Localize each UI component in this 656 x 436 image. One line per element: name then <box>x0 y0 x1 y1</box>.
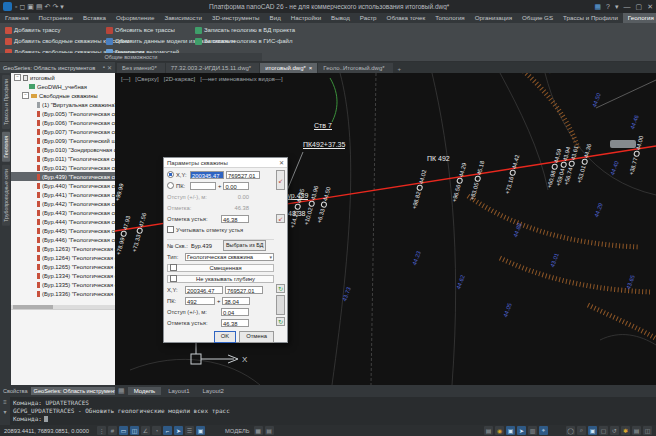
layout-tab[interactable]: Модель <box>128 387 162 395</box>
xy-radio[interactable] <box>167 171 174 178</box>
help-menu-arrow-icon[interactable]: ▾ <box>615 3 619 11</box>
command-prompt[interactable]: Команда: <box>13 415 653 423</box>
status-view-icon[interactable]: ✱ <box>621 426 630 435</box>
tree-expander[interactable] <box>30 201 35 206</box>
side-tab[interactable]: Трубопроводные сети <box>2 165 10 226</box>
status-view-icon[interactable]: ↺ <box>610 426 619 435</box>
tree-item[interactable]: (Бур.1334) "Геологическая скважина" <box>11 271 115 280</box>
tree-item[interactable]: (Бур.441) "Геологическая скважина" <box>11 190 115 199</box>
tree-item[interactable]: − Свободные скважины <box>11 91 115 100</box>
model-space-label[interactable]: МОДЕЛЬ <box>225 428 250 434</box>
viewport-control[interactable]: [—нет именованных видов—] <box>200 76 282 82</box>
ok-button[interactable]: OK <box>214 331 236 343</box>
help-button[interactable]: ? <box>606 3 610 10</box>
tree-item[interactable]: (Бур.005) "Геологическая скважина" <box>11 109 115 118</box>
status-view-icon[interactable]: ◫ <box>643 426 652 435</box>
status-tool-icon[interactable]: ▥ <box>528 426 537 435</box>
tree-item[interactable]: (Бур.007) "Геологическая скважина" <box>11 127 115 136</box>
tree-item[interactable]: (Бур.439) "Геологическая скважина" <box>11 172 115 181</box>
tree-expander[interactable]: − <box>22 92 29 99</box>
command-strip-icon[interactable]: ▾ <box>3 408 6 415</box>
ribbon-tab[interactable]: Облака точек <box>382 13 431 23</box>
space-switch-icon[interactable]: ▤ <box>265 426 274 435</box>
status-tool-icon[interactable]: ⌖ <box>539 426 548 435</box>
side-tab[interactable]: Трассы и Профили <box>2 75 10 129</box>
close-button[interactable]: ✕ <box>647 3 653 11</box>
tree-item[interactable]: (Бур.006) "Геологическая скважина" <box>11 118 115 127</box>
ribbon-tab[interactable]: Настройки <box>286 13 326 23</box>
ribbon-button[interactable]: Записать геологию в БД проекта <box>192 25 298 35</box>
offset2-field[interactable]: 0.04 <box>221 308 249 316</box>
panel-tab[interactable]: Свойства <box>0 387 31 395</box>
tree-expander[interactable] <box>30 273 35 278</box>
dialog-close-icon[interactable]: ✕ <box>279 159 284 166</box>
ribbon-tab[interactable]: Трассы и Профили <box>558 13 623 23</box>
status-tool-icon[interactable]: ◉ <box>495 426 504 435</box>
tree-item[interactable]: − итоговый <box>11 73 115 82</box>
qat-icon[interactable]: ↷ <box>52 2 58 11</box>
new-tab-button[interactable]: + <box>394 65 406 73</box>
tree-expander[interactable] <box>30 102 35 107</box>
tree-expander[interactable] <box>30 183 35 188</box>
offset-checkbox[interactable] <box>170 264 177 271</box>
status-view-icon[interactable]: ▢ <box>599 426 608 435</box>
maximize-button[interactable]: ▢ <box>636 3 643 11</box>
status-toggle-icon[interactable]: ⌐ <box>163 426 172 435</box>
tree-item[interactable]: (Бур.1264) "Геологическая скважина" <box>11 253 115 262</box>
pk-offset-field[interactable]: 0.00 <box>223 182 249 190</box>
document-tab[interactable]: Геоло..Итоговый.dwg* <box>318 63 392 73</box>
tree-item[interactable]: (Бур.445) "Геологическая скважина" <box>11 226 115 235</box>
qat-icon[interactable]: ◻ <box>19 2 25 11</box>
x2-coordinate-field[interactable]: 200346.47 <box>185 286 223 294</box>
qat-icon[interactable]: ▫ <box>15 2 17 11</box>
tree-expander[interactable] <box>30 219 35 224</box>
tree-expander[interactable] <box>30 246 35 251</box>
tree-expander[interactable] <box>30 174 35 179</box>
status-tool-icon[interactable]: ➤ <box>517 426 526 435</box>
status-toggle-icon[interactable]: ➤ <box>174 426 183 435</box>
ribbon-tab[interactable]: Главная <box>0 13 34 23</box>
pick-point-button[interactable]: ↙ <box>276 170 285 190</box>
tree-item[interactable]: (Бур.010) "Зондировочная скважина" <box>11 145 115 154</box>
view-switch-icon[interactable]: ▦ <box>594 3 601 11</box>
pick-elevation-button[interactable]: ↙ <box>276 214 285 223</box>
layout-tab[interactable]: Layout2 <box>197 387 230 395</box>
layout-tab[interactable]: Layout1 <box>162 387 195 395</box>
tree-expander[interactable] <box>30 129 35 134</box>
status-toggle-icon[interactable]: ⋮ <box>97 426 106 435</box>
document-tab[interactable]: итоговый.dwg*× <box>260 63 317 73</box>
viewport-control[interactable]: [2D-каркас] <box>164 76 196 82</box>
status-tool-icon[interactable]: ▣ <box>506 426 515 435</box>
space-switch-icon[interactable]: ▦ <box>254 426 263 435</box>
no-depth-checkbox[interactable] <box>170 275 177 282</box>
ribbon-tab[interactable]: 3D-инструменты <box>207 13 265 23</box>
ribbon-tab[interactable]: Вставка <box>78 13 111 23</box>
ribbon-tab[interactable]: Зависимости <box>159 13 207 23</box>
x-coordinate-field[interactable]: 200345.47 <box>190 171 224 179</box>
status-view-icon[interactable]: ▣ <box>588 426 597 435</box>
tree-item[interactable]: (Бур.443) "Геологическая скважина" <box>11 208 115 217</box>
ribbon-tab[interactable]: Растр <box>355 13 382 23</box>
ribbon-tab[interactable]: Вывод <box>326 13 355 23</box>
ribbon-tab[interactable]: Геология <box>623 13 656 23</box>
status-toggle-icon[interactable]: ◔ <box>152 426 161 435</box>
tree-expander[interactable] <box>30 120 35 125</box>
tree-expander[interactable] <box>30 138 35 143</box>
ribbon-tab[interactable]: Организация <box>470 13 517 23</box>
tree-item[interactable]: (1) "Виртуальная скважина" [В 48] <box>11 100 115 109</box>
tree-item[interactable]: (Бур.1263) "Геологическая скважина" <box>11 244 115 253</box>
tree-item[interactable]: (Бур.012) "Геологическая скважина" <box>11 163 115 172</box>
status-view-icon[interactable]: ▤ <box>632 426 641 435</box>
panel-pin-icon[interactable]: ▪ <box>103 64 105 71</box>
tree-item[interactable]: (Бур.444) "Геологическая скважина" <box>11 217 115 226</box>
status-toggle-icon[interactable]: ▭ <box>119 426 128 435</box>
ribbon-tab[interactable]: Вид <box>265 13 286 23</box>
tree-item[interactable]: (Бур.446) "Геологическая скважина" <box>11 235 115 244</box>
command-strip-icon[interactable]: ≡ <box>3 399 7 405</box>
tab-close-icon[interactable]: × <box>309 64 313 72</box>
status-toggle-icon[interactable]: ∠ <box>141 426 150 435</box>
status-view-icon[interactable]: ◯ <box>566 426 575 435</box>
status-toggle-icon[interactable]: ◫ <box>130 426 139 435</box>
pk2-field[interactable]: 492 <box>185 297 215 305</box>
mouth-elevation-field[interactable]: 46.38 <box>221 215 249 223</box>
